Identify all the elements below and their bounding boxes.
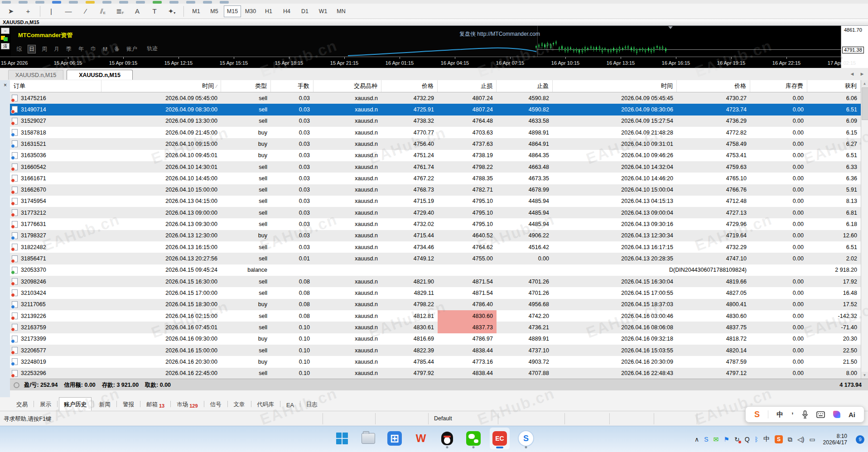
trendline-icon[interactable]: ∕ xyxy=(78,5,93,18)
table-row[interactable]: 322532962026.04.16 22:45:00sell0.10xauus… xyxy=(10,368,861,379)
ea-clear-button[interactable]: 清 xyxy=(1,43,10,49)
column-header-1[interactable]: 时间∕ xyxy=(101,80,221,92)
column-header-11[interactable]: 获利 xyxy=(807,80,861,92)
ec-app-icon[interactable]: EC xyxy=(490,428,510,449)
horizontal-line-icon[interactable]: — xyxy=(61,5,76,18)
toolbox-tab-2[interactable]: 账户历史 xyxy=(59,397,92,411)
tray-sogou-input-icon[interactable]: S xyxy=(775,435,783,443)
table-row[interactable]: 317766312026.04.13 09:30:00sell0.03xauus… xyxy=(10,218,861,230)
toolbox-tab-10[interactable]: EA xyxy=(282,398,299,410)
toolbox-tab-11[interactable]: 日志 xyxy=(302,398,322,410)
timeframe-m15-button[interactable]: M15 xyxy=(224,5,241,17)
table-row[interactable]: 321733992026.04.16 09:30:00buy0.10xauusd… xyxy=(10,333,861,345)
chart-tab-active[interactable]: XAUUSD.n,M15 xyxy=(67,70,133,80)
timeframe-mn-button[interactable]: MN xyxy=(333,5,350,17)
table-row[interactable]: 317983272026.04.13 12:30:00buy0.03xauusd… xyxy=(10,230,861,241)
ea-tab-综[interactable]: 综 xyxy=(15,45,23,53)
ea-tab-日[interactable]: 日 xyxy=(28,45,36,53)
ime-mic-icon[interactable] xyxy=(802,410,808,418)
toolbox-tab-3[interactable]: 新闻 xyxy=(95,398,115,410)
table-row[interactable]: 320982462026.04.15 16:30:00sell0.08xauus… xyxy=(10,276,861,287)
ea-tab-M[interactable]: M xyxy=(102,46,108,53)
ime-lang-icon[interactable]: 中 xyxy=(776,410,783,419)
ea-tab-季[interactable]: 季 xyxy=(65,45,72,53)
tray-input-lang-icon[interactable]: 中 xyxy=(763,435,770,443)
timeframe-d1-button[interactable]: D1 xyxy=(296,5,313,17)
chart-canvas[interactable]: – 清 MTCommander资管 综日周月季年巾M备账户 轨迹 复盘侠 htt… xyxy=(0,26,841,57)
ime-skin-icon[interactable] xyxy=(833,411,840,418)
chart-tab[interactable]: XAUUSD.n,M15 xyxy=(8,70,63,80)
ime-keyboard-icon[interactable] xyxy=(816,411,825,418)
start-button[interactable] xyxy=(332,428,352,449)
table-row[interactable]: 316315212026.04.10 09:15:00buy0.03xauusd… xyxy=(10,138,861,149)
ime-tone-icon[interactable]: ’ xyxy=(791,411,793,418)
column-header-9[interactable]: 价格 xyxy=(677,80,750,92)
column-header-6[interactable]: 止损 xyxy=(438,80,497,92)
toolbox-tab-5[interactable]: 邮箱13 xyxy=(142,398,169,410)
ea-tab-周[interactable]: 周 xyxy=(41,45,48,53)
wechat-icon[interactable] xyxy=(463,428,483,449)
toolbox-tab-9[interactable]: 代码库 xyxy=(253,398,279,410)
column-header-0[interactable]: 订单 xyxy=(10,80,101,92)
table-row[interactable]: 320533702026.04.15 09:45:24balanceD(DIN2… xyxy=(10,264,861,276)
column-header-10[interactable]: 库存费 xyxy=(750,80,807,92)
equidistant-channel-icon[interactable]: ⫽E xyxy=(96,5,110,18)
table-row[interactable]: 318224822026.04.13 16:15:00sell0.03xauus… xyxy=(10,241,861,253)
column-header-8[interactable]: 时间 xyxy=(553,80,677,92)
tray-expand-icon[interactable]: ∧ xyxy=(694,436,699,443)
toolbox-tab-1[interactable]: 展示 xyxy=(35,398,56,410)
toolbox-tab-0[interactable]: 交易 xyxy=(12,398,32,410)
table-row[interactable]: 317459542026.04.13 04:15:00sell0.03xauus… xyxy=(10,196,861,207)
column-header-7[interactable]: 止盈 xyxy=(497,80,553,92)
wps-office-icon[interactable]: W xyxy=(411,428,431,449)
ea-tab-巾[interactable]: 巾 xyxy=(90,45,97,53)
cursor-select-icon[interactable]: ➤ xyxy=(4,5,18,18)
tray-display-icon[interactable]: ⧉ xyxy=(788,436,792,443)
toolbox-close-button[interactable]: × xyxy=(2,83,8,89)
crosshair-icon[interactable]: + xyxy=(21,5,35,18)
table-row[interactable]: 321170652026.04.15 18:30:00buy0.08xauusd… xyxy=(10,299,861,310)
table-row[interactable]: 318564712026.04.13 20:27:56sell0.01xauus… xyxy=(10,253,861,264)
qq-icon[interactable] xyxy=(437,428,457,449)
text-label-icon[interactable]: T xyxy=(147,5,162,18)
tray-flag-icon[interactable]: ⚑ xyxy=(723,436,729,443)
text-icon[interactable]: A xyxy=(130,5,145,18)
timeframe-m30-button[interactable]: M30 xyxy=(242,5,259,17)
column-header-3[interactable]: 手数 xyxy=(271,80,313,92)
table-row[interactable]: 315290272026.04.09 13:30:00sell0.03xauus… xyxy=(10,115,861,127)
toolbox-tab-4[interactable]: 警报 xyxy=(118,398,139,410)
ea-tab-年[interactable]: 年 xyxy=(77,45,85,53)
scrollbar-up-icon[interactable]: ▲ xyxy=(861,80,868,87)
table-row[interactable]: 322065772026.04.16 15:00:00sell0.10xauus… xyxy=(10,345,861,356)
timeframe-h4-button[interactable]: H4 xyxy=(278,5,295,17)
timeframe-m5-button[interactable]: M5 xyxy=(206,5,223,17)
ea-tab-账户[interactable]: 账户 xyxy=(125,45,138,53)
timeframe-h1-button[interactable]: H1 xyxy=(260,5,277,17)
file-explorer-icon[interactable] xyxy=(358,428,378,449)
table-row[interactable]: 322480192026.04.16 20:30:00buy0.10xauusd… xyxy=(10,356,861,367)
table-scrollbar[interactable]: ▲ ▼ xyxy=(861,80,868,379)
table-row[interactable]: 317732122026.04.13 09:00:00sell0.03xauus… xyxy=(10,207,861,218)
toolbox-tab-6[interactable]: 市场129 xyxy=(172,398,202,410)
shapes-dropdown-icon[interactable]: ✦▾ xyxy=(164,5,179,18)
table-row[interactable]: 321392262026.04.16 02:15:00sell0.08xauus… xyxy=(10,310,861,322)
table-row[interactable]: 314907142026.04.09 08:30:00sell0.03xauus… xyxy=(10,104,861,115)
scrollbar-down-icon[interactable]: ▼ xyxy=(861,372,868,379)
tray-wechat-icon[interactable]: ✉ xyxy=(714,436,719,443)
status-profile-label[interactable]: Default xyxy=(434,415,452,422)
table-row[interactable]: 321034242026.04.15 17:00:00sell0.08xauus… xyxy=(10,287,861,298)
time-axis[interactable]: 15 Apr 202615 Apr 06:1515 Apr 09:1515 Ap… xyxy=(0,57,841,68)
tray-qq-icon[interactable]: Q xyxy=(745,436,750,443)
ime-sogou-icon[interactable]: S xyxy=(754,410,760,419)
table-row[interactable]: 321637592026.04.16 07:45:01sell0.10xauus… xyxy=(10,322,861,333)
table-row[interactable]: 316605422026.04.10 14:30:01sell0.03xauus… xyxy=(10,161,861,173)
fibonacci-icon[interactable]: ≣F xyxy=(113,5,127,18)
column-header-4[interactable]: 交易品种 xyxy=(313,80,381,92)
ime-ai-icon[interactable]: Ai xyxy=(849,411,855,418)
tray-bluetooth-icon[interactable]: ᛒ xyxy=(755,436,758,443)
ea-collapse-button[interactable]: – xyxy=(1,28,10,34)
column-header-2[interactable]: 类型 xyxy=(221,80,271,92)
ea-tab-月[interactable]: 月 xyxy=(53,45,60,53)
toolbox-tab-7[interactable]: 信号 xyxy=(206,398,226,410)
tray-sogou-sphere-icon[interactable]: S xyxy=(704,436,708,443)
